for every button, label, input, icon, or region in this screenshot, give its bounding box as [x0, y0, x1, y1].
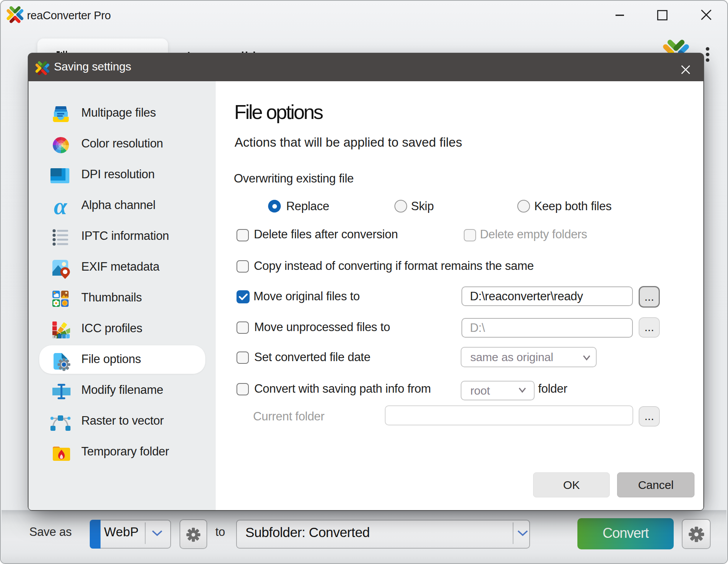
svg-text:α: α — [54, 193, 68, 219]
